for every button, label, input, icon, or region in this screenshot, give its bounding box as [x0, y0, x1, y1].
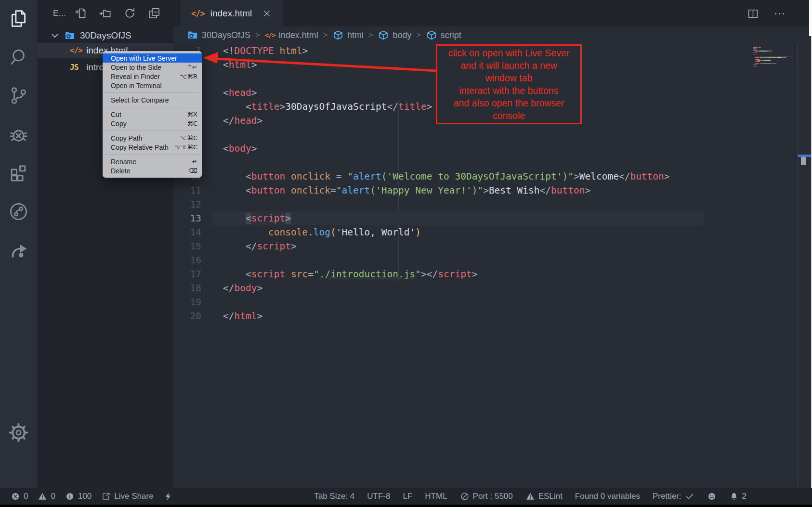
status-item-text: Prettier:: [653, 492, 681, 501]
extensions-icon[interactable]: [8, 162, 29, 184]
status-item-html[interactable]: HTML: [425, 492, 447, 501]
code-line[interactable]: 19: [173, 295, 812, 309]
annotation-box: click on open with Live Severand it will…: [436, 44, 582, 124]
status-item-eslint[interactable]: ESLint: [525, 492, 563, 501]
menu-item-copy-relative-path[interactable]: Copy Relative Path⌥⇧⌘C: [103, 143, 202, 152]
menu-item-label: Rename: [111, 158, 192, 166]
menu-item-shortcut: ↵: [192, 158, 197, 165]
status-item-0[interactable]: 0: [11, 492, 28, 501]
status-bar: 00100Live Share Tab Size: 4UTF-8LFHTMLPo…: [0, 488, 812, 505]
line-number: 12: [173, 197, 201, 211]
status-item-text: ESLint: [538, 492, 563, 501]
code-line[interactable]: 13 <script>: [173, 211, 812, 225]
code-line[interactable]: 12: [173, 197, 812, 211]
menu-item-reveal-in-finder[interactable]: Reveal in Finder⌥⌘R: [103, 72, 202, 81]
status-item-lf[interactable]: LF: [403, 492, 412, 501]
split-editor-icon[interactable]: [747, 8, 759, 20]
breadcrumb-item-script[interactable]: script: [426, 29, 461, 41]
explorer-icon[interactable]: [8, 8, 29, 29]
menu-item-delete[interactable]: Delete⌫: [103, 166, 202, 175]
code-text: <script>: [223, 211, 291, 225]
menu-item-label: Delete: [111, 167, 189, 175]
status-item-100[interactable]: 100: [65, 492, 92, 501]
source-control-icon[interactable]: [8, 85, 29, 106]
folder-row-30daysofjs[interactable]: 30DaysOfJS: [37, 28, 173, 43]
menu-separator: [103, 92, 201, 93]
settings-gear-icon[interactable]: [8, 422, 29, 443]
bolt-icon: [163, 492, 173, 501]
menu-item-label: Cut: [111, 111, 187, 118]
breadcrumb-item-body[interactable]: body: [378, 29, 411, 41]
menu-item-select-for-compare[interactable]: Select for Compare: [103, 95, 202, 104]
warning-icon: [38, 492, 47, 501]
code-line[interactable]: 15 </script>: [173, 239, 812, 253]
cube-icon: [378, 29, 389, 41]
breadcrumb-label: script: [441, 30, 461, 40]
menu-item-copy-path[interactable]: Copy Path⌥⌘C: [103, 133, 202, 143]
code-text: <!DOCTYPE html>: [223, 44, 308, 58]
code-line[interactable]: 14 console.log('Hello, World'): [173, 225, 812, 239]
status-item-tab-size-4[interactable]: Tab Size: 4: [314, 492, 354, 501]
code-line[interactable]: 11 <button onclick="alert('Happy New Yea…: [173, 183, 812, 197]
breadcrumb-item-30DaysOfJS[interactable]: 30DaysOfJS: [187, 29, 250, 41]
more-actions-icon[interactable]: [773, 8, 786, 20]
code-line[interactable]: 9: [173, 156, 812, 169]
live-server-icon[interactable]: [8, 239, 29, 261]
status-item-0[interactable]: 0: [38, 492, 55, 501]
close-icon[interactable]: [262, 8, 272, 19]
line-number: 20: [173, 309, 201, 323]
code-line[interactable]: 17 <script src="./introduction.js"></scr…: [173, 267, 812, 281]
breadcrumb-item-html[interactable]: html: [332, 29, 364, 41]
breadcrumb-separator: >: [323, 31, 327, 39]
line-number: 18: [173, 281, 201, 295]
new-file-icon[interactable]: [74, 7, 87, 20]
folder-icon: [64, 30, 76, 41]
new-folder-icon[interactable]: [99, 7, 112, 20]
cube-icon: [332, 29, 344, 41]
menu-item-open-in-terminal[interactable]: Open in Terminal: [103, 81, 202, 90]
debug-icon[interactable]: [8, 124, 29, 145]
code-line[interactable]: 16: [173, 253, 812, 267]
minimap[interactable]: [753, 47, 796, 76]
cube-icon: [426, 29, 437, 41]
os-scrollbar[interactable]: [809, 0, 812, 36]
line-number: 19: [173, 295, 201, 309]
status-item-smiley-icon[interactable]: [707, 492, 717, 501]
line-number: 16: [173, 253, 201, 267]
menu-item-open-with-live-server[interactable]: Open with Live Server: [103, 53, 202, 63]
menu-item-label: Open with Live Server: [111, 54, 197, 62]
status-item-bolt-icon[interactable]: [163, 492, 173, 501]
menu-item-copy[interactable]: Copy⌘C: [103, 119, 202, 128]
menu-item-cut[interactable]: Cut⌘X: [103, 110, 202, 119]
search-icon[interactable]: [8, 46, 29, 68]
scrollbar-thumb[interactable]: [801, 157, 806, 165]
status-item-port-5500[interactable]: Port : 5500: [460, 492, 513, 501]
status-item-utf-8[interactable]: UTF-8: [367, 492, 390, 501]
menu-item-rename[interactable]: Rename↵: [103, 157, 202, 166]
menu-item-open-to-the-side[interactable]: Open to the Side^↵: [103, 63, 202, 72]
status-left: 00100Live Share: [11, 492, 173, 501]
line-number: 15: [173, 239, 201, 253]
folder-label: 30DaysOfJS: [80, 30, 131, 41]
code-line[interactable]: 7: [173, 128, 812, 142]
status-item-text: 0: [24, 492, 28, 501]
status-item-2[interactable]: 2: [729, 492, 747, 501]
code-text: <title>30DaysOfJavaScript</title>: [223, 100, 432, 114]
code-line[interactable]: 20</html>: [173, 309, 812, 323]
status-item-found-0-variables[interactable]: Found 0 variables: [575, 492, 640, 501]
status-item-prettier-[interactable]: Prettier:: [653, 492, 694, 501]
menu-item-shortcut: ⌥⌘C: [180, 134, 197, 142]
menu-item-shortcut: ⌘X: [187, 111, 197, 118]
status-item-text: Found 0 variables: [575, 492, 640, 501]
status-item-live-share[interactable]: Live Share: [101, 492, 153, 501]
code-line[interactable]: 10 <button onclick = "alert('Welcome to …: [173, 169, 812, 183]
live-share-icon[interactable]: [8, 201, 29, 222]
collapse-all-icon[interactable]: [148, 7, 161, 20]
status-item-text: Tab Size: 4: [314, 492, 354, 501]
bottom-black-strip: [0, 505, 812, 507]
refresh-icon[interactable]: [123, 7, 136, 20]
code-line[interactable]: 18</body>: [173, 281, 812, 295]
tab-index-html[interactable]: </> index.html: [181, 0, 283, 26]
code-line[interactable]: 8<body>: [173, 142, 812, 156]
breadcrumb-item-index.html[interactable]: </>index.html: [264, 30, 318, 40]
